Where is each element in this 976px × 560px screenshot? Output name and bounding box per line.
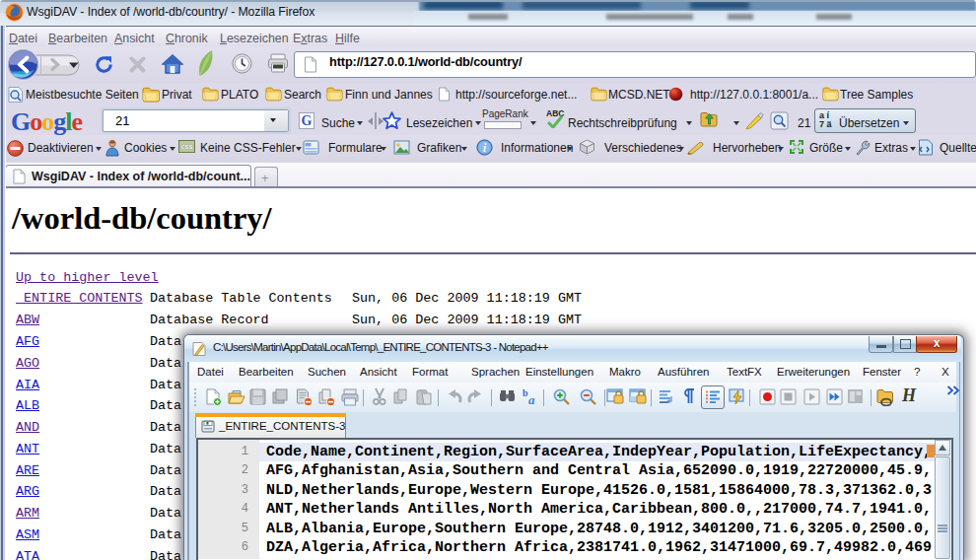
svg-text:a: a: [528, 392, 535, 406]
